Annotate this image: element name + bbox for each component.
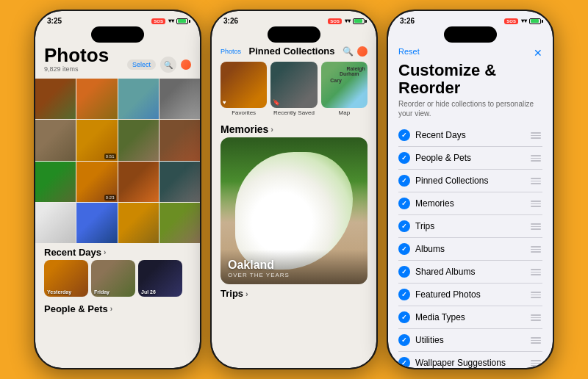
photo-cell-2[interactable] [76,79,117,119]
time-1: 3:25 [47,17,62,25]
search-button-1[interactable]: 🔍 [160,57,176,73]
day-yesterday[interactable]: Yesterday [44,260,88,297]
drag-handle-utilities[interactable] [529,336,542,345]
recent-days-label-1: Recent Days [44,247,101,258]
dynamic-island-1 [91,26,144,43]
phone3-screen: 3:26 SOS ▾▾ Reset ✕ Customize &Reorder R… [388,11,553,368]
back-button-2[interactable]: Photos [220,48,241,55]
people-pets-header-1[interactable]: People & Pets › [35,300,200,317]
drag-handle-media-types[interactable] [529,313,542,322]
drag-handle-people-pets[interactable] [529,154,542,163]
recently-saved-thumb: 🔖 [270,62,317,108]
memories-header-2[interactable]: Memories › [212,120,376,137]
photo-cell-4[interactable] [159,79,200,119]
phone2-actions: 🔍 [343,46,368,57]
phone1-header: Photos 9,829 items Select 🔍 [35,43,200,77]
customize-desc: Reorder or hide collections to personali… [388,99,553,124]
list-item-memories[interactable]: ✓ Memories [398,192,542,215]
item-label-utilities: Utilities [415,335,444,345]
collection-favorites[interactable]: ♥ Favorites [220,62,267,116]
list-item-recent-days[interactable]: ✓ Recent Days [398,124,542,147]
check-icon-recent-days: ✓ [398,129,410,141]
list-item-featured[interactable]: ✓ Featured Photos [398,284,542,306]
photo-cell-6[interactable]: 0:51 [76,120,117,160]
day-jul26[interactable]: Jul 26 [138,260,182,297]
photo-cell-15[interactable] [118,203,159,243]
drag-handle-shared-albums[interactable] [529,267,542,277]
map-label: Map [339,109,351,116]
list-item-pinned[interactable]: ✓ Pinned Collections [398,170,542,192]
list-item-media-types[interactable]: ✓ Media Types [398,306,542,329]
sos-badge-2: SOS [328,18,342,24]
item-label-pinned: Pinned Collections [415,176,488,186]
photo-cell-3[interactable] [118,79,159,119]
memory-card[interactable]: Oakland OVER THE YEARS [220,137,368,284]
status-bar-3: 3:26 SOS ▾▾ [388,11,553,26]
drag-handle-trips[interactable] [529,222,542,231]
item-left-albums: ✓ Albums [398,243,445,255]
photo-cell-11[interactable] [118,162,159,202]
check-icon-pinned: ✓ [398,175,410,187]
sos-badge-3: SOS [504,18,518,24]
close-button[interactable]: ✕ [534,47,542,59]
photo-cell-1[interactable] [35,79,76,119]
item-left-memories: ✓ Memories [398,198,454,209]
time-badge-2: 0:23 [104,195,116,201]
dynamic-island-2 [268,26,320,43]
reset-button[interactable]: Reset [398,47,420,56]
phone2-header: Photos Pinned Collections 🔍 [212,43,376,59]
drag-handle-pinned[interactable] [529,176,542,186]
photo-cell-5[interactable] [35,120,76,160]
photos-title-1: Photos [44,46,109,65]
day-friday[interactable]: Friday [91,260,135,297]
photo-cell-16[interactable] [159,203,200,243]
drag-handle-albums[interactable] [529,245,542,254]
collection-recently-saved[interactable]: 🔖 Recently Saved [270,62,317,116]
photo-cell-12[interactable] [159,162,200,202]
status-bar-2: 3:26 SOS ▾▾ [212,11,376,26]
iphone-2: 3:26 SOS ▾▾ Photos Pinned Collections 🔍 [210,10,378,369]
check-icon-wallpaper: ✓ [398,357,410,368]
collection-map[interactable]: Durham Cary Raleigh Map [321,62,368,116]
check-icon-media-types: ✓ [398,311,410,323]
avatar-1[interactable] [181,59,191,70]
memory-title: Oakland [228,259,360,272]
item-left-featured: ✓ Featured Photos [398,289,481,300]
check-icon-albums: ✓ [398,243,410,255]
item-left-pinned: ✓ Pinned Collections [398,175,488,187]
battery-1 [176,18,188,24]
select-button-1[interactable]: Select [127,59,156,70]
status-icons-1: SOS ▾▾ [151,18,188,24]
trips-header-2[interactable]: Trips › [212,284,376,300]
check-icon-trips: ✓ [398,220,410,232]
map-pin-cary: Cary [330,78,342,83]
list-item-utilities[interactable]: ✓ Utilities [398,329,542,352]
time-3: 3:26 [400,17,415,25]
list-item-shared-albums[interactable]: ✓ Shared Albums [398,261,542,284]
item-label-albums: Albums [415,244,445,254]
photo-cell-14[interactable] [76,203,117,243]
photo-cell-9[interactable] [35,162,76,202]
search-button-2[interactable]: 🔍 [343,46,354,57]
customize-title: Customize &Reorder [388,62,553,99]
drag-handle-recent-days[interactable] [529,131,542,140]
recent-days-header-1[interactable]: Recent Days › [35,243,200,260]
trips-label-2: Trips [220,288,243,299]
drag-handle-memories[interactable] [529,199,542,209]
photo-grid-1: 0:51 0:23 [35,79,200,243]
check-icon-shared-albums: ✓ [398,266,410,278]
list-item-albums[interactable]: ✓ Albums [398,238,542,261]
photo-cell-10[interactable]: 0:23 [76,162,117,202]
photo-cell-13[interactable] [35,203,76,243]
photo-cell-8[interactable] [159,120,200,160]
status-icons-3: SOS ▾▾ [504,18,541,24]
avatar-2[interactable] [357,46,368,57]
list-item-people-pets[interactable]: ✓ People & Pets [398,147,542,170]
drag-handle-featured[interactable] [529,290,542,300]
iphone-1: 3:25 SOS ▾▾ Photos 9,829 items Select 🔍 [34,10,201,369]
list-item-trips[interactable]: ✓ Trips [398,215,542,238]
map-overlay: Durham Cary Raleigh [321,62,368,108]
photo-cell-7[interactable] [118,120,159,160]
list-item-wallpaper[interactable]: ✓ Wallpaper Suggestions [398,352,542,368]
drag-handle-wallpaper[interactable] [529,358,542,368]
